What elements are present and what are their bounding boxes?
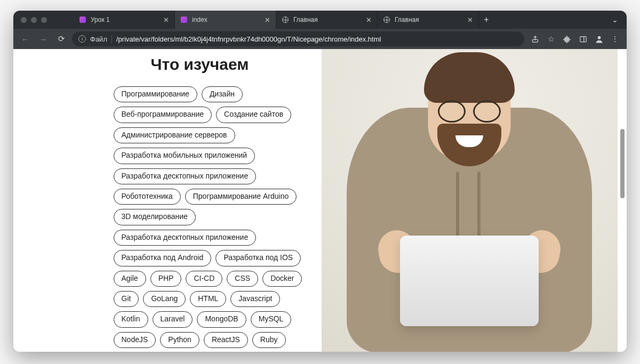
topic-chip[interactable]: Веб-программирование bbox=[114, 107, 212, 123]
titlebar: Урок 1✕index✕Главная✕Главная✕ + ⌄ bbox=[13, 11, 627, 29]
topic-chip[interactable]: Программирование bbox=[114, 86, 197, 102]
tabs-overflow-button[interactable]: ⌄ bbox=[609, 15, 621, 24]
tab[interactable]: Главная✕ bbox=[276, 11, 378, 29]
tab-label: Главная bbox=[293, 16, 362, 23]
topic-chip[interactable]: Laravel bbox=[153, 311, 193, 327]
topic-chip[interactable]: Разработка под Android bbox=[114, 250, 212, 266]
forward-button[interactable]: → bbox=[36, 31, 51, 46]
side-panel-button[interactable] bbox=[575, 31, 590, 46]
page-title: Что изучаем bbox=[151, 55, 311, 74]
topic-chip[interactable]: 3D моделирование bbox=[114, 209, 196, 225]
topic-chip[interactable]: ReactJS bbox=[204, 332, 248, 348]
topic-chip[interactable]: Разработка под IOS bbox=[215, 250, 301, 266]
globe-icon bbox=[282, 16, 289, 23]
tab[interactable]: Главная✕ bbox=[378, 11, 479, 29]
topic-chip[interactable]: MySQL bbox=[251, 311, 292, 327]
file-scheme-chip: Файл bbox=[90, 35, 112, 43]
browser-window: Урок 1✕index✕Главная✕Главная✕ + ⌄ ← → ⟳ … bbox=[13, 11, 627, 352]
topic-chip[interactable]: Разработка десктопных приложение bbox=[114, 168, 257, 184]
toolbar: ← → ⟳ i Файл /private/var/folders/ml/b2l… bbox=[13, 29, 627, 49]
content-image bbox=[322, 49, 618, 352]
tab-label: Урок 1 bbox=[91, 16, 159, 23]
topic-chip[interactable]: Agile bbox=[114, 271, 146, 287]
minimize-window-button[interactable] bbox=[31, 17, 37, 23]
app-icon bbox=[79, 16, 86, 23]
page-content: Что изучаем ПрограммированиеДизайнВеб-пр… bbox=[23, 49, 618, 352]
app-menu-button[interactable]: ⋮ bbox=[607, 31, 622, 46]
viewport: Что изучаем ПрограммированиеДизайнВеб-пр… bbox=[13, 49, 627, 352]
svg-point-3 bbox=[597, 36, 601, 39]
topic-chip[interactable]: Javascript bbox=[230, 291, 280, 307]
close-tab-button[interactable]: ✕ bbox=[366, 17, 372, 23]
app-icon bbox=[180, 16, 188, 23]
topic-chip[interactable]: MongoDB bbox=[197, 311, 246, 327]
zoom-window-button[interactable] bbox=[41, 17, 47, 23]
topic-chip[interactable]: Ruby bbox=[252, 332, 286, 348]
topic-chip[interactable]: Python bbox=[160, 332, 199, 348]
extensions-button[interactable] bbox=[559, 31, 574, 46]
reload-button[interactable]: ⟳ bbox=[54, 31, 69, 46]
topic-chip[interactable]: Разработка десктопных приложение bbox=[114, 230, 257, 246]
close-tab-button[interactable]: ✕ bbox=[265, 17, 270, 23]
bookmark-button[interactable]: ☆ bbox=[543, 31, 558, 46]
toolbar-right: ☆ ⋮ bbox=[527, 31, 622, 46]
topic-chip[interactable]: NodeJS bbox=[114, 332, 156, 348]
tab[interactable]: index✕ bbox=[175, 11, 276, 29]
tab-label: index bbox=[192, 16, 260, 23]
topic-chip[interactable]: Программирование Arduino bbox=[185, 189, 297, 205]
topic-chip[interactable]: Администрирование серверов bbox=[114, 127, 235, 143]
hero-illustration bbox=[322, 49, 618, 352]
chip-list: ПрограммированиеДизайнВеб-программирован… bbox=[114, 86, 311, 352]
address-bar[interactable]: i Файл /private/var/folders/ml/b2lk0j4j4… bbox=[72, 31, 524, 46]
topic-chip[interactable]: Docker bbox=[262, 271, 302, 287]
close-tab-button[interactable]: ✕ bbox=[163, 17, 169, 23]
close-window-button[interactable] bbox=[21, 17, 27, 23]
close-tab-button[interactable]: ✕ bbox=[467, 17, 473, 23]
content-left: Что изучаем ПрограммированиеДизайнВеб-пр… bbox=[23, 49, 322, 352]
topic-chip[interactable]: Дизайн bbox=[202, 86, 243, 102]
url-path: /private/var/folders/ml/b2lk0j4j4tnfnrpv… bbox=[116, 35, 381, 43]
topic-chip[interactable]: HTML bbox=[190, 291, 226, 307]
scroll-thumb[interactable] bbox=[620, 129, 625, 198]
globe-icon bbox=[383, 16, 390, 23]
profile-button[interactable] bbox=[591, 31, 606, 46]
tab-label: Главная bbox=[395, 16, 463, 23]
tab[interactable]: Урок 1✕ bbox=[74, 11, 175, 29]
svg-rect-1 bbox=[580, 36, 586, 42]
vertical-scrollbar[interactable] bbox=[619, 49, 626, 352]
topic-chip[interactable]: GoLang bbox=[143, 291, 186, 307]
tab-strip: Урок 1✕index✕Главная✕Главная✕ bbox=[74, 11, 479, 29]
new-tab-button[interactable]: + bbox=[479, 15, 494, 25]
topic-chip[interactable]: PHP bbox=[150, 271, 182, 287]
window-controls bbox=[21, 17, 47, 23]
topic-chip[interactable]: Kotlin bbox=[114, 311, 148, 327]
site-info-icon[interactable]: i bbox=[78, 35, 86, 43]
topic-chip[interactable]: Разработка мобильных приложений bbox=[114, 148, 255, 164]
topic-chip[interactable]: CI-CD bbox=[186, 271, 222, 287]
share-button[interactable] bbox=[527, 31, 542, 46]
topic-chip[interactable]: CSS bbox=[227, 271, 258, 287]
topic-chip[interactable]: Git bbox=[114, 291, 139, 307]
back-button[interactable]: ← bbox=[18, 31, 33, 46]
topic-chip[interactable]: Робототехника bbox=[114, 189, 181, 205]
topic-chip[interactable]: Создание сайтов bbox=[216, 107, 291, 123]
